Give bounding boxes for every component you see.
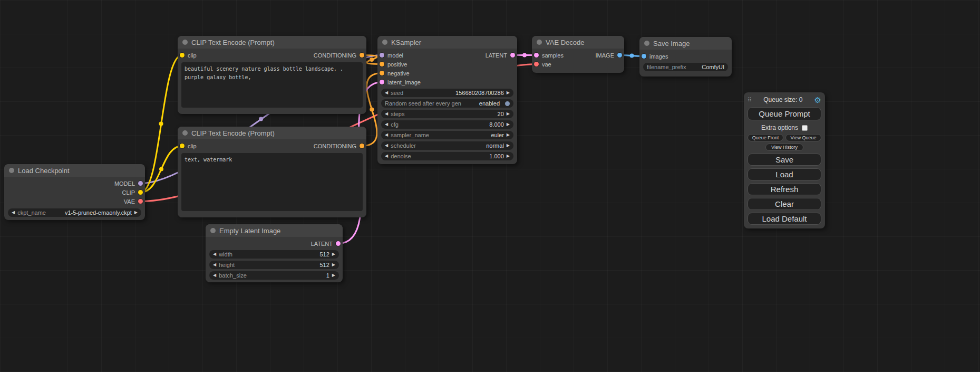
clip-output-slot[interactable]: [138, 190, 143, 195]
node-title-bar[interactable]: Save Image: [639, 37, 732, 50]
link-midpoint-dot: [259, 117, 263, 121]
view-queue-button[interactable]: View Queue: [785, 134, 821, 141]
queue-front-button[interactable]: Queue Front: [748, 134, 783, 141]
output-label: IMAGE: [596, 52, 614, 59]
conditioning-output-slot[interactable]: [360, 144, 364, 148]
view-history-button[interactable]: View History: [765, 144, 803, 151]
positive-prompt-textarea[interactable]: beautiful scenery nature glass bottle la…: [181, 62, 363, 108]
increment-arrow-icon[interactable]: ▶: [507, 122, 510, 127]
collapse-dot-icon[interactable]: [382, 40, 387, 45]
node-title-bar[interactable]: KSampler: [377, 36, 517, 49]
ckpt-name-widget[interactable]: ◀ ckpt_name v1-5-pruned-emaonly.ckpt ▶: [8, 208, 141, 217]
node-empty-latent-image[interactable]: Empty Latent Image LATENT ◀ width 512 ▶ …: [206, 224, 343, 282]
next-value-arrow-icon[interactable]: ▶: [507, 133, 510, 137]
collapse-dot-icon[interactable]: [537, 40, 542, 45]
collapse-dot-icon[interactable]: [9, 168, 14, 173]
denoise-widget[interactable]: ◀ denoise 1.000 ▶: [381, 152, 513, 160]
steps-widget[interactable]: ◀ steps 20 ▶: [381, 110, 513, 118]
node-title-bar[interactable]: CLIP Text Encode (Prompt): [178, 36, 366, 49]
drag-handle-icon[interactable]: ⠿: [748, 97, 752, 103]
prev-value-arrow-icon[interactable]: ◀: [385, 144, 388, 148]
decrement-arrow-icon[interactable]: ◀: [385, 122, 388, 127]
node-graph-canvas[interactable]: Load Checkpoint MODEL CLIP VAE: [0, 0, 980, 372]
save-button[interactable]: Save: [748, 154, 821, 166]
increment-arrow-icon[interactable]: ▶: [332, 273, 335, 278]
node-title: CLIP Text Encode (Prompt): [191, 129, 275, 137]
node-save-image[interactable]: Save Image images filename_prefix ComfyU…: [639, 37, 732, 77]
clear-button[interactable]: Clear: [748, 198, 821, 210]
settings-gear-icon[interactable]: ⚙: [814, 96, 821, 104]
cfg-widget[interactable]: ◀ cfg 8.000 ▶: [381, 120, 513, 129]
comfy-menu-panel[interactable]: ⠿ Queue size: 0 ⚙ Queue Prompt Extra opt…: [744, 92, 825, 228]
positive-input-slot[interactable]: [380, 62, 384, 66]
collapse-dot-icon[interactable]: [210, 228, 216, 233]
node-vae-decode[interactable]: VAE Decode samples IMAGE vae: [532, 36, 624, 73]
model-output-slot[interactable]: [138, 181, 143, 186]
node-ksampler[interactable]: KSampler model LATENT positive: [377, 36, 517, 164]
decrement-arrow-icon[interactable]: ◀: [213, 263, 216, 267]
negative-prompt-textarea[interactable]: text, watermark: [181, 153, 363, 211]
input-label: latent_image: [387, 79, 421, 85]
node-title-bar[interactable]: Load Checkpoint: [4, 164, 145, 177]
slot-row: samples IMAGE: [532, 51, 624, 60]
random-seed-toggle-widget[interactable]: Random seed after every gen enabled: [381, 99, 513, 108]
queue-prompt-button[interactable]: Queue Prompt: [748, 107, 821, 120]
conditioning-output-slot[interactable]: [360, 53, 364, 58]
seed-widget[interactable]: ◀ seed 156680208700286 ▶: [381, 89, 513, 97]
increment-arrow-icon[interactable]: ▶: [507, 91, 510, 95]
vae-output-slot[interactable]: [138, 199, 143, 204]
increment-arrow-icon[interactable]: ▶: [332, 263, 335, 267]
extra-options-checkbox[interactable]: [802, 125, 808, 131]
clip-input-slot[interactable]: [180, 144, 185, 148]
width-widget[interactable]: ◀ width 512 ▶: [209, 250, 339, 259]
increment-arrow-icon[interactable]: ▶: [332, 252, 335, 256]
node-title-bar[interactable]: VAE Decode: [532, 36, 624, 49]
slot-row: negative: [377, 69, 517, 78]
refresh-button[interactable]: Refresh: [748, 183, 821, 195]
prev-value-arrow-icon[interactable]: ◀: [12, 211, 15, 215]
latent-output-slot[interactable]: [510, 53, 515, 58]
samples-input-slot[interactable]: [534, 53, 539, 58]
decrement-arrow-icon[interactable]: ◀: [213, 273, 216, 278]
clip-input-slot[interactable]: [180, 53, 185, 58]
image-output-slot[interactable]: [617, 53, 622, 58]
increment-arrow-icon[interactable]: ▶: [507, 112, 510, 116]
batch-size-widget[interactable]: ◀ batch_size 1 ▶: [209, 271, 339, 280]
toggle-knob-icon[interactable]: [505, 101, 510, 106]
node-title-bar[interactable]: CLIP Text Encode (Prompt): [178, 127, 366, 139]
negative-input-slot[interactable]: [380, 71, 384, 75]
next-value-arrow-icon[interactable]: ▶: [507, 144, 510, 148]
increment-arrow-icon[interactable]: ▶: [507, 154, 510, 158]
sampler-name-widget[interactable]: ◀ sampler_name euler ▶: [381, 131, 513, 139]
scheduler-widget[interactable]: ◀ scheduler normal ▶: [381, 141, 513, 150]
load-button[interactable]: Load: [748, 168, 821, 180]
load-default-button[interactable]: Load Default: [748, 213, 821, 225]
widget-value: v1-5-pruned-emaonly.ckpt: [65, 209, 132, 216]
prev-value-arrow-icon[interactable]: ◀: [385, 133, 388, 137]
vae-input-slot[interactable]: [534, 62, 539, 66]
images-input-slot[interactable]: [642, 54, 646, 59]
latent-image-input-slot[interactable]: [380, 80, 384, 84]
filename-prefix-widget[interactable]: filename_prefix ComfyUI: [643, 63, 728, 71]
widget-label: width: [219, 251, 232, 257]
decrement-arrow-icon[interactable]: ◀: [385, 112, 388, 116]
widget-value: ComfyUI: [702, 64, 724, 70]
next-value-arrow-icon[interactable]: ▶: [134, 211, 138, 215]
collapse-dot-icon[interactable]: [182, 40, 188, 45]
collapse-dot-icon[interactable]: [644, 41, 649, 46]
node-load-checkpoint[interactable]: Load Checkpoint MODEL CLIP VAE: [4, 164, 145, 220]
node-clip-text-encode-positive[interactable]: CLIP Text Encode (Prompt) clip CONDITION…: [178, 36, 366, 114]
output-label: LATENT: [486, 52, 507, 59]
model-input-slot[interactable]: [380, 53, 384, 58]
node-clip-text-encode-negative[interactable]: CLIP Text Encode (Prompt) clip CONDITION…: [178, 127, 366, 217]
decrement-arrow-icon[interactable]: ◀: [213, 252, 216, 256]
widget-value: euler: [491, 132, 503, 138]
height-widget[interactable]: ◀ height 512 ▶: [209, 261, 339, 269]
latent-output-slot[interactable]: [336, 241, 341, 246]
decrement-arrow-icon[interactable]: ◀: [385, 154, 388, 158]
widget-label: scheduler: [391, 142, 416, 149]
decrement-arrow-icon[interactable]: ◀: [385, 91, 388, 95]
collapse-dot-icon[interactable]: [182, 130, 188, 136]
widget-label: cfg: [391, 121, 399, 128]
node-title-bar[interactable]: Empty Latent Image: [206, 224, 343, 237]
